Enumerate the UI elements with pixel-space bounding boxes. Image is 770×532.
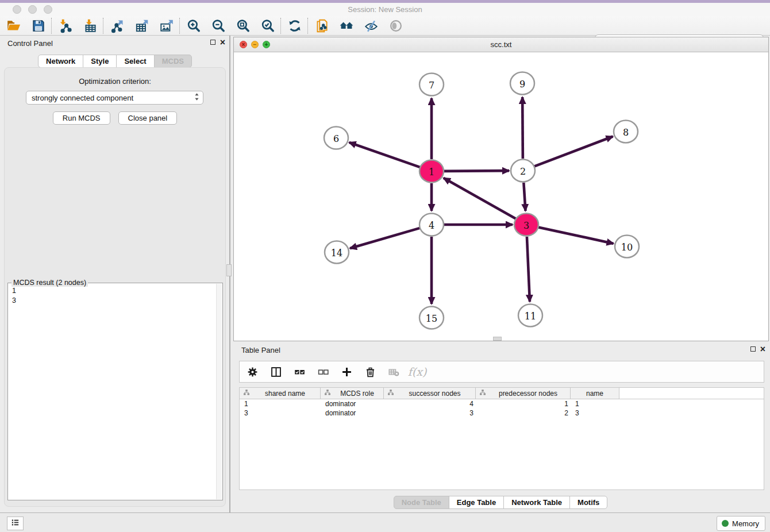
export-table-icon[interactable] bbox=[134, 18, 149, 33]
edge-2-8[interactable] bbox=[534, 137, 613, 167]
node-7[interactable]: 7 bbox=[419, 74, 444, 96]
delete-table-icon bbox=[387, 365, 401, 379]
network-canvas[interactable]: 7968124314101511 bbox=[234, 52, 768, 341]
column-header-name[interactable]: name bbox=[571, 388, 619, 399]
zoom-out-icon[interactable] bbox=[210, 18, 226, 33]
cell-name: 3 bbox=[571, 409, 619, 417]
cell-predecessor-nodes: 1 bbox=[476, 400, 571, 408]
node-14[interactable]: 14 bbox=[325, 241, 349, 264]
tab-network-table[interactable]: Network Table bbox=[503, 496, 570, 509]
mcds-result-node: 3 bbox=[12, 296, 215, 306]
delete-column-icon[interactable] bbox=[363, 365, 377, 379]
column-header-shared-name[interactable]: shared name bbox=[240, 388, 321, 399]
column-header-successor-nodes[interactable]: successor nodes bbox=[384, 388, 476, 399]
tab-style[interactable]: Style bbox=[83, 55, 117, 68]
edge-1-2[interactable] bbox=[444, 171, 509, 171]
select-all-icon[interactable] bbox=[292, 365, 306, 379]
tab-edge-table[interactable]: Edge Table bbox=[449, 496, 504, 509]
apply-layout-icon[interactable] bbox=[287, 18, 302, 33]
tab-network[interactable]: Network bbox=[38, 55, 83, 68]
edge-3-11[interactable] bbox=[527, 237, 530, 302]
main-toolbar bbox=[0, 16, 770, 36]
table-panel-header: Table Panel × bbox=[231, 342, 770, 357]
export-network-icon[interactable] bbox=[109, 18, 125, 33]
open-file-icon[interactable] bbox=[6, 18, 21, 33]
node-2[interactable]: 2 bbox=[511, 160, 535, 182]
close-panel-button[interactable]: Close panel bbox=[118, 111, 178, 125]
home-view-icon[interactable] bbox=[338, 18, 354, 33]
criterion-dropdown[interactable]: strongly connected component bbox=[26, 91, 203, 105]
edge-3-10[interactable] bbox=[538, 227, 614, 243]
node-11[interactable]: 11 bbox=[518, 304, 542, 327]
column-header-label: name bbox=[572, 390, 618, 398]
result-scrollbar[interactable] bbox=[216, 284, 222, 499]
vertical-split-handle[interactable] bbox=[226, 264, 232, 276]
add-column-icon[interactable] bbox=[340, 365, 353, 379]
memory-button-label: Memory bbox=[732, 519, 759, 528]
horizontal-split-handle[interactable] bbox=[493, 337, 502, 341]
node-15[interactable]: 15 bbox=[419, 307, 444, 329]
close-panel-icon[interactable]: × bbox=[220, 39, 225, 45]
import-network-icon[interactable] bbox=[57, 18, 73, 33]
column-header-mcds-role[interactable]: MCDS role bbox=[321, 388, 384, 399]
table-panel: Table Panel × f(x) shared nameMCDS roles… bbox=[231, 342, 770, 511]
edge-1-6[interactable] bbox=[349, 142, 421, 167]
column-visibility-icon[interactable] bbox=[269, 365, 283, 379]
cell-mcds-role: dominator bbox=[321, 409, 384, 417]
tab-motifs[interactable]: Motifs bbox=[569, 496, 607, 509]
float-table-panel-icon[interactable] bbox=[750, 346, 756, 352]
node-9[interactable]: 9 bbox=[510, 72, 534, 95]
edge-4-14[interactable] bbox=[350, 228, 420, 248]
run-mcds-button[interactable]: Run MCDS bbox=[53, 111, 110, 125]
node-3[interactable]: 3 bbox=[514, 214, 538, 236]
node-4[interactable]: 4 bbox=[419, 214, 444, 236]
table-row[interactable]: 3dominator323 bbox=[240, 408, 764, 418]
tab-mcds[interactable]: MCDS bbox=[154, 55, 192, 68]
close-table-panel-icon[interactable]: × bbox=[760, 346, 765, 352]
edge-2-9[interactable] bbox=[522, 97, 523, 159]
hide-panels-icon[interactable] bbox=[363, 18, 379, 33]
dropdown-stepper-icon bbox=[194, 92, 199, 103]
column-header-label: successor nodes bbox=[395, 390, 474, 398]
node-10[interactable]: 10 bbox=[615, 236, 639, 258]
save-session-icon[interactable] bbox=[30, 18, 46, 33]
mcds-result-list[interactable]: 13 bbox=[8, 284, 215, 499]
toolbar-separator bbox=[280, 18, 282, 34]
tab-node-table[interactable]: Node Table bbox=[394, 496, 449, 509]
function-builder-icon: f(x) bbox=[410, 365, 424, 379]
float-panel-icon[interactable] bbox=[210, 40, 215, 45]
network-window-titlebar: × − + scc.txt bbox=[234, 37, 768, 52]
column-header-predecessor-nodes[interactable]: predecessor nodes bbox=[476, 388, 571, 399]
table-settings-icon[interactable] bbox=[245, 365, 259, 379]
optimization-criterion-label: Optimization criterion: bbox=[5, 77, 225, 86]
tab-select[interactable]: Select bbox=[116, 55, 154, 68]
table-row[interactable]: 1dominator411 bbox=[240, 399, 764, 408]
deselect-all-icon[interactable] bbox=[316, 365, 330, 379]
criterion-value: strongly connected component bbox=[32, 94, 194, 102]
edge-3-1[interactable] bbox=[444, 178, 516, 219]
edge-2-3[interactable] bbox=[523, 183, 525, 211]
table-panel-tabs: Node TableEdge TableNetwork TableMotifs bbox=[394, 496, 608, 509]
clone-network-icon[interactable] bbox=[314, 18, 329, 33]
task-history-button[interactable] bbox=[7, 516, 24, 530]
node-6[interactable]: 6 bbox=[324, 127, 348, 149]
zoom-selected-icon[interactable] bbox=[260, 18, 275, 33]
column-tree-icon bbox=[241, 389, 251, 398]
mcds-result-group: MCDS result (2 nodes) 13 bbox=[7, 283, 223, 500]
toolbar-separator bbox=[179, 18, 180, 34]
column-header-label: shared name bbox=[251, 390, 319, 398]
status-bar: Memory bbox=[0, 512, 770, 532]
zoom-fit-icon[interactable] bbox=[235, 18, 251, 33]
network-window-title: scc.txt bbox=[234, 40, 768, 49]
column-tree-icon bbox=[385, 389, 395, 398]
import-table-icon[interactable] bbox=[82, 18, 98, 33]
export-image-icon[interactable] bbox=[159, 18, 174, 33]
memory-button[interactable]: Memory bbox=[717, 516, 765, 531]
column-header-label: MCDS role bbox=[332, 390, 382, 398]
zoom-in-icon[interactable] bbox=[186, 18, 201, 33]
column-tree-icon bbox=[322, 389, 332, 398]
node-8[interactable]: 8 bbox=[614, 121, 638, 143]
cell-predecessor-nodes: 2 bbox=[476, 409, 571, 417]
network-view-window: × − + scc.txt 7968124314101511 bbox=[233, 37, 769, 341]
node-1[interactable]: 1 bbox=[419, 160, 444, 183]
